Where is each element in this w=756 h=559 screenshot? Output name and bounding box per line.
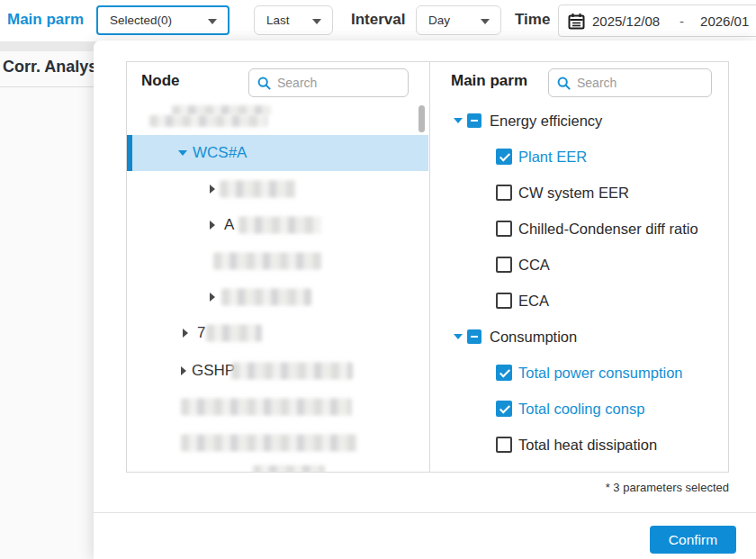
interval-label: Interval xyxy=(351,11,405,29)
tree-item-label: WCS#A xyxy=(193,144,247,162)
checkbox-unchecked[interactable] xyxy=(496,221,512,237)
param-group-label: Consumption xyxy=(490,329,577,346)
checkbox-unchecked[interactable] xyxy=(496,185,512,201)
group-checkbox-indeterminate[interactable] xyxy=(467,329,482,344)
tree-item-redacted[interactable] xyxy=(127,279,428,315)
node-search-input[interactable] xyxy=(277,76,385,90)
modal-footer-divider xyxy=(94,512,756,513)
checkbox-unchecked[interactable] xyxy=(496,293,512,309)
param-item-eca[interactable]: ECA xyxy=(429,283,729,319)
redacted-text xyxy=(172,105,271,115)
selected-indicator xyxy=(127,135,132,171)
main-parm-title: Main parm xyxy=(7,11,84,29)
param-item-label: CCA xyxy=(518,257,550,274)
date-range-start: 2025/12/08 xyxy=(592,14,660,29)
param-item-label: ECA xyxy=(518,293,549,310)
node-search-box[interactable] xyxy=(248,68,409,97)
confirm-button[interactable]: Confirm xyxy=(650,526,736,554)
interval-dropdown[interactable]: Day xyxy=(416,5,501,35)
tree-item-label: 7 xyxy=(197,324,205,342)
redacted-text xyxy=(181,399,352,416)
caret-down-icon[interactable] xyxy=(178,150,187,156)
tree-item-gshp[interactable]: GSHP xyxy=(127,353,428,389)
node-list-scrollbar[interactable] xyxy=(418,105,425,132)
param-item-total-power-consumption[interactable]: Total power consumption xyxy=(429,355,729,391)
param-item-total-cooling-consp[interactable]: Total cooling consp xyxy=(429,391,729,427)
tree-item-wcs-a[interactable]: WCS#A xyxy=(127,135,428,171)
last-dropdown[interactable]: Last xyxy=(254,5,333,35)
chevron-down-icon xyxy=(208,19,217,24)
redacted-text xyxy=(149,115,267,127)
selector-content-box: Node Main parm WCS#A xyxy=(126,61,729,473)
redacted-text xyxy=(221,289,311,306)
redacted-text xyxy=(213,253,321,270)
redacted-text xyxy=(181,435,357,452)
group-checkbox-indeterminate[interactable] xyxy=(467,113,482,128)
param-group-energy-efficiency[interactable]: Energy efficiency xyxy=(429,103,729,139)
chevron-down-icon xyxy=(481,19,490,24)
last-dropdown-value: Last xyxy=(266,14,290,27)
param-item-chilled-condenser-diff-ratio[interactable]: Chilled-Condenser diff ratio xyxy=(429,211,729,247)
date-range-end: 2026/01 xyxy=(700,14,749,29)
param-item-label: Total cooling consp xyxy=(518,401,644,418)
date-range-picker[interactable]: 2025/12/08 - 2026/01 xyxy=(558,5,756,37)
param-group-label: Energy efficiency xyxy=(490,113,602,130)
redacted-text xyxy=(253,465,325,473)
chevron-down-icon xyxy=(312,19,321,24)
checkbox-checked[interactable] xyxy=(496,365,512,381)
param-item-cca[interactable]: CCA xyxy=(429,247,729,283)
tree-item-7[interactable]: 7 xyxy=(127,315,428,351)
checkbox-checked[interactable] xyxy=(496,149,512,165)
tree-item-a[interactable]: A xyxy=(127,207,428,243)
calendar-icon xyxy=(568,13,585,30)
interval-dropdown-value: Day xyxy=(428,14,450,27)
search-icon xyxy=(257,77,271,90)
param-group-consumption[interactable]: Consumption xyxy=(429,319,729,355)
checkbox-unchecked[interactable] xyxy=(496,437,512,453)
caret-right-icon[interactable] xyxy=(183,329,188,338)
tree-item-redacted[interactable] xyxy=(127,425,428,461)
caret-down-icon[interactable] xyxy=(454,334,463,339)
selected-params-dropdown-value: Selected(0) xyxy=(110,14,172,27)
selected-count-note: * 3 parameters selected xyxy=(606,481,729,494)
param-item-label: Total heat dissipation xyxy=(518,437,657,454)
page-title: Corr. Analys xyxy=(3,58,97,77)
top-toolbar: Main parm Selected(0) Last Interval Day … xyxy=(0,0,756,41)
tree-item-label: GSHP xyxy=(192,362,235,380)
param-item-label: Chilled-Condenser diff ratio xyxy=(518,221,698,238)
caret-right-icon[interactable] xyxy=(210,221,215,230)
param-panel-title: Main parm xyxy=(451,72,527,90)
caret-right-icon[interactable] xyxy=(210,185,215,194)
param-item-label: CW system EER xyxy=(518,185,629,202)
redacted-text xyxy=(206,325,262,342)
redacted-text xyxy=(231,363,353,380)
checkbox-checked[interactable] xyxy=(496,401,512,417)
param-item-label: Total power consumption xyxy=(518,365,683,382)
tree-item-redacted[interactable] xyxy=(127,461,428,473)
redacted-text xyxy=(238,217,321,234)
param-search-input[interactable] xyxy=(577,76,685,90)
date-range-separator: - xyxy=(680,14,684,29)
param-item-label: Plant EER xyxy=(518,149,587,166)
parameter-select-modal: Node Main parm WCS#A xyxy=(94,41,756,559)
caret-right-icon[interactable] xyxy=(210,293,215,302)
tree-item-redacted[interactable] xyxy=(127,243,428,279)
tree-item-redacted[interactable] xyxy=(127,104,428,136)
param-item-cw-system-eer[interactable]: CW system EER xyxy=(429,175,729,211)
caret-right-icon[interactable] xyxy=(181,366,186,375)
search-icon xyxy=(557,77,571,90)
node-panel-title: Node xyxy=(141,72,180,90)
checkbox-unchecked[interactable] xyxy=(496,257,512,273)
param-item-total-heat-dissipation[interactable]: Total heat dissipation xyxy=(429,427,729,463)
time-label: Time xyxy=(515,11,550,29)
selected-params-dropdown[interactable]: Selected(0) xyxy=(96,5,230,35)
redacted-text xyxy=(220,181,296,198)
tree-item-redacted[interactable] xyxy=(127,171,428,207)
param-item-plant-eer[interactable]: Plant EER xyxy=(429,139,729,175)
caret-down-icon[interactable] xyxy=(454,118,463,123)
param-search-box[interactable] xyxy=(548,68,712,97)
tree-item-redacted[interactable] xyxy=(127,389,428,425)
tree-item-label: A xyxy=(224,216,234,234)
